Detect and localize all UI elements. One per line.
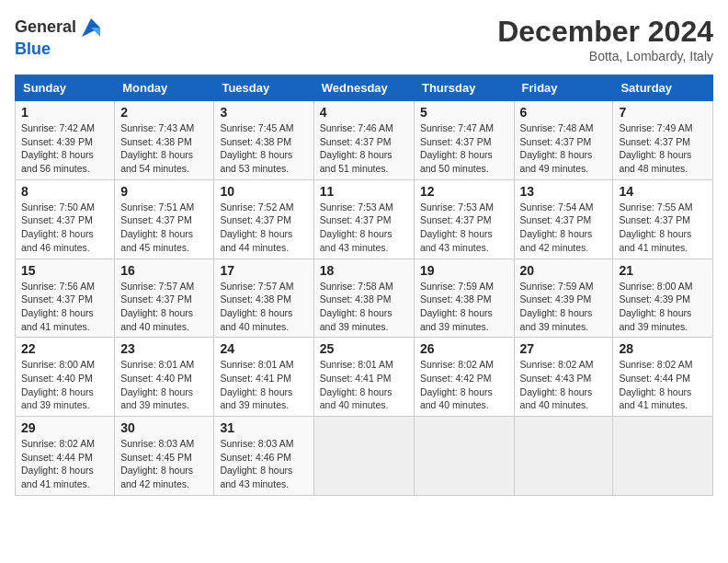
logo-icon [78, 15, 104, 40]
day-number: 27 [520, 341, 608, 356]
day-number: 1 [21, 105, 108, 120]
calendar-cell: 5Sunrise: 7:47 AMSunset: 4:37 PMDaylight… [414, 101, 514, 180]
day-number: 7 [619, 105, 707, 120]
day-number: 17 [220, 263, 307, 278]
day-number: 22 [21, 341, 108, 356]
calendar-cell: 16Sunrise: 7:57 AMSunset: 4:37 PMDayligh… [115, 259, 214, 338]
page-header: General Blue December 2024 Botta, Lombar… [15, 15, 713, 63]
day-number: 10 [220, 184, 307, 199]
weekday-header: Friday [514, 75, 613, 101]
calendar-cell: 9Sunrise: 7:51 AMSunset: 4:37 PMDaylight… [115, 179, 214, 259]
day-number: 18 [320, 263, 408, 278]
calendar-cell: 17Sunrise: 7:57 AMSunset: 4:38 PMDayligh… [214, 259, 313, 338]
calendar-cell [514, 417, 613, 496]
header-row: SundayMondayTuesdayWednesdayThursdayFrid… [16, 75, 713, 101]
calendar-cell: 31Sunrise: 8:03 AMSunset: 4:46 PMDayligh… [214, 417, 313, 496]
day-number: 4 [320, 105, 408, 120]
day-number: 29 [21, 420, 108, 435]
day-number: 20 [520, 263, 608, 278]
title-block: December 2024 Botta, Lombardy, Italy [497, 15, 713, 63]
calendar-cell: 10Sunrise: 7:52 AMSunset: 4:37 PMDayligh… [214, 179, 313, 259]
calendar-cell: 8Sunrise: 7:50 AMSunset: 4:37 PMDaylight… [16, 179, 115, 259]
calendar-cell: 21Sunrise: 8:00 AMSunset: 4:39 PMDayligh… [613, 259, 713, 338]
calendar-cell: 20Sunrise: 7:59 AMSunset: 4:39 PMDayligh… [514, 259, 613, 338]
calendar-week-row: 22Sunrise: 8:00 AMSunset: 4:40 PMDayligh… [16, 338, 713, 417]
day-detail: Sunrise: 7:47 AMSunset: 4:37 PMDaylight:… [420, 121, 508, 176]
day-detail: Sunrise: 7:59 AMSunset: 4:38 PMDaylight:… [420, 280, 508, 334]
weekday-header: Thursday [414, 75, 514, 101]
calendar-cell: 12Sunrise: 7:53 AMSunset: 4:37 PMDayligh… [414, 179, 514, 259]
calendar-cell: 6Sunrise: 7:48 AMSunset: 4:37 PMDaylight… [514, 101, 613, 180]
logo: General Blue [15, 15, 104, 59]
logo-blue: Blue [15, 40, 51, 58]
day-detail: Sunrise: 7:59 AMSunset: 4:39 PMDaylight:… [520, 280, 608, 334]
day-detail: Sunrise: 8:02 AMSunset: 4:44 PMDaylight:… [619, 358, 707, 412]
day-detail: Sunrise: 8:02 AMSunset: 4:43 PMDaylight:… [520, 358, 608, 412]
day-detail: Sunrise: 8:01 AMSunset: 4:41 PMDaylight:… [220, 358, 307, 412]
calendar-cell [313, 417, 414, 496]
weekday-header: Tuesday [214, 75, 313, 101]
day-number: 13 [520, 184, 608, 199]
calendar-week-row: 8Sunrise: 7:50 AMSunset: 4:37 PMDaylight… [16, 179, 713, 259]
calendar-body: 1Sunrise: 7:42 AMSunset: 4:39 PMDaylight… [16, 101, 713, 496]
weekday-header: Sunday [16, 75, 115, 101]
day-detail: Sunrise: 8:00 AMSunset: 4:40 PMDaylight:… [21, 358, 108, 412]
day-detail: Sunrise: 7:43 AMSunset: 4:38 PMDaylight:… [120, 121, 208, 176]
calendar-cell: 14Sunrise: 7:55 AMSunset: 4:37 PMDayligh… [613, 179, 713, 259]
day-number: 5 [420, 105, 508, 120]
month-title: December 2024 [497, 15, 713, 49]
day-number: 21 [619, 263, 707, 278]
day-detail: Sunrise: 7:53 AMSunset: 4:37 PMDaylight:… [320, 201, 408, 255]
svg-marker-1 [91, 28, 100, 37]
calendar-cell: 13Sunrise: 7:54 AMSunset: 4:37 PMDayligh… [514, 179, 613, 259]
day-number: 2 [120, 105, 208, 120]
day-number: 12 [420, 184, 508, 199]
calendar-cell: 19Sunrise: 7:59 AMSunset: 4:38 PMDayligh… [414, 259, 514, 338]
day-detail: Sunrise: 7:48 AMSunset: 4:37 PMDaylight:… [520, 121, 608, 176]
day-detail: Sunrise: 7:50 AMSunset: 4:37 PMDaylight:… [21, 201, 108, 255]
day-detail: Sunrise: 7:52 AMSunset: 4:37 PMDaylight:… [220, 201, 307, 255]
logo-general: General [15, 17, 76, 36]
calendar-cell: 26Sunrise: 8:02 AMSunset: 4:42 PMDayligh… [414, 338, 514, 417]
calendar-cell: 3Sunrise: 7:45 AMSunset: 4:38 PMDaylight… [214, 101, 313, 180]
day-detail: Sunrise: 7:57 AMSunset: 4:37 PMDaylight:… [120, 280, 208, 334]
day-detail: Sunrise: 7:49 AMSunset: 4:37 PMDaylight:… [619, 121, 707, 176]
day-number: 11 [320, 184, 408, 199]
day-number: 26 [420, 341, 508, 356]
calendar-cell: 28Sunrise: 8:02 AMSunset: 4:44 PMDayligh… [613, 338, 713, 417]
logo-text: General Blue [15, 15, 104, 59]
calendar-cell: 11Sunrise: 7:53 AMSunset: 4:37 PMDayligh… [313, 179, 414, 259]
day-detail: Sunrise: 7:53 AMSunset: 4:37 PMDaylight:… [420, 201, 508, 255]
calendar-table: SundayMondayTuesdayWednesdayThursdayFrid… [15, 75, 713, 496]
calendar-week-row: 1Sunrise: 7:42 AMSunset: 4:39 PMDaylight… [16, 101, 713, 180]
day-detail: Sunrise: 7:54 AMSunset: 4:37 PMDaylight:… [520, 201, 608, 255]
day-detail: Sunrise: 8:01 AMSunset: 4:40 PMDaylight:… [120, 358, 208, 412]
day-detail: Sunrise: 7:57 AMSunset: 4:38 PMDaylight:… [220, 280, 307, 334]
day-detail: Sunrise: 7:46 AMSunset: 4:37 PMDaylight:… [320, 121, 408, 176]
day-number: 19 [420, 263, 508, 278]
day-number: 31 [220, 420, 307, 435]
calendar-cell: 22Sunrise: 8:00 AMSunset: 4:40 PMDayligh… [16, 338, 115, 417]
day-number: 23 [120, 341, 208, 356]
weekday-header: Monday [115, 75, 214, 101]
calendar-cell: 2Sunrise: 7:43 AMSunset: 4:38 PMDaylight… [115, 101, 214, 180]
day-number: 24 [220, 341, 307, 356]
calendar-week-row: 29Sunrise: 8:02 AMSunset: 4:44 PMDayligh… [16, 417, 713, 496]
calendar-cell: 15Sunrise: 7:56 AMSunset: 4:37 PMDayligh… [16, 259, 115, 338]
calendar-cell: 7Sunrise: 7:49 AMSunset: 4:37 PMDaylight… [613, 101, 713, 180]
day-detail: Sunrise: 8:02 AMSunset: 4:44 PMDaylight:… [21, 437, 108, 491]
day-detail: Sunrise: 7:45 AMSunset: 4:38 PMDaylight:… [220, 121, 307, 176]
calendar-cell [414, 417, 514, 496]
weekday-header: Saturday [613, 75, 713, 101]
day-number: 30 [120, 420, 208, 435]
day-detail: Sunrise: 8:03 AMSunset: 4:45 PMDaylight:… [120, 437, 208, 491]
calendar-cell: 4Sunrise: 7:46 AMSunset: 4:37 PMDaylight… [313, 101, 414, 180]
day-detail: Sunrise: 8:02 AMSunset: 4:42 PMDaylight:… [420, 358, 508, 412]
day-detail: Sunrise: 8:01 AMSunset: 4:41 PMDaylight:… [320, 358, 408, 412]
weekday-header: Wednesday [313, 75, 414, 101]
calendar-cell: 24Sunrise: 8:01 AMSunset: 4:41 PMDayligh… [214, 338, 313, 417]
day-detail: Sunrise: 8:00 AMSunset: 4:39 PMDaylight:… [619, 280, 707, 334]
day-number: 25 [320, 341, 408, 356]
calendar-cell: 30Sunrise: 8:03 AMSunset: 4:45 PMDayligh… [115, 417, 214, 496]
day-number: 15 [21, 263, 108, 278]
